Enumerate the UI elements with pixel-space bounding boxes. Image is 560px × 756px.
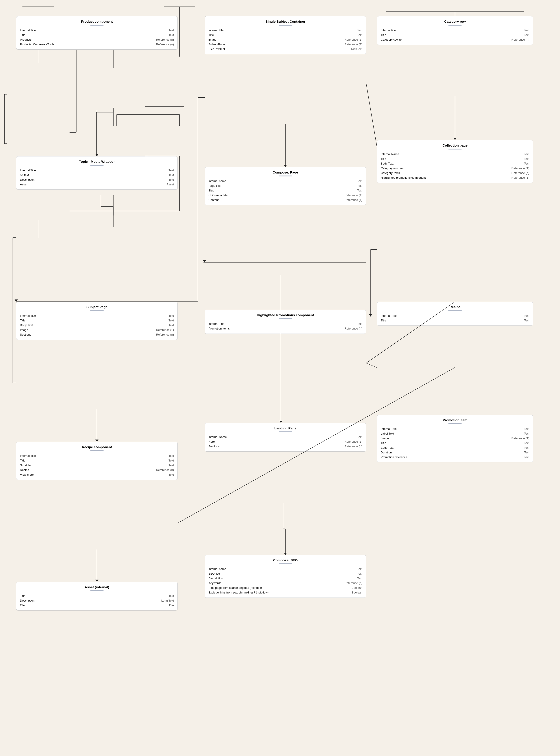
field-type: Reference (1) bbox=[345, 198, 362, 201]
field-row: Internal TitleText bbox=[16, 453, 178, 458]
field-type: Text bbox=[524, 451, 529, 454]
field-label: Title bbox=[20, 594, 25, 598]
field-row: Promotion ItemsReference (n) bbox=[205, 326, 366, 331]
field-row: FileFile bbox=[16, 603, 178, 608]
field-row: ImageReference (1) bbox=[16, 328, 178, 332]
field-row: Internal TitleText bbox=[16, 28, 178, 33]
field-label: Title bbox=[381, 157, 386, 160]
field-label: Body Text bbox=[20, 324, 33, 327]
field-row: Label TextText bbox=[377, 431, 533, 436]
field-type: Text bbox=[524, 427, 529, 430]
field-label: Internal Title bbox=[381, 427, 397, 430]
field-row: CategoryRowItemReference (n) bbox=[377, 37, 533, 42]
field-label: Products_CommerceTools bbox=[20, 43, 54, 46]
field-row: SectionsReference (n) bbox=[205, 444, 366, 449]
field-row: SlugText bbox=[205, 188, 366, 193]
field-type: Text bbox=[168, 594, 174, 598]
card-divider-landing_page bbox=[279, 431, 292, 432]
field-type: Text bbox=[168, 464, 174, 467]
field-label: File bbox=[20, 604, 25, 607]
field-row: DurationText bbox=[377, 450, 533, 455]
field-label: SubjectPage bbox=[208, 43, 225, 46]
card-title-compose_seo: Compose: SEO bbox=[205, 555, 366, 563]
field-type: Text bbox=[168, 178, 174, 181]
field-row: imageReference (1) bbox=[205, 37, 366, 42]
field-label: Products bbox=[20, 38, 32, 41]
field-type: Text bbox=[168, 28, 174, 32]
card-divider-compose_seo bbox=[279, 563, 292, 564]
field-type: Text bbox=[357, 572, 362, 575]
field-type: Text bbox=[357, 435, 362, 439]
field-label: Description bbox=[208, 577, 223, 580]
card-compose_page: Compose: PageInternal nameTextPage title… bbox=[205, 167, 366, 205]
field-type: File bbox=[169, 604, 174, 607]
field-label: Recipe bbox=[20, 468, 29, 471]
field-row: Internal nameText bbox=[205, 179, 366, 183]
field-row: TitleText bbox=[377, 33, 533, 37]
field-row: TitleText bbox=[377, 156, 533, 161]
card-divider-category_row bbox=[448, 25, 462, 25]
field-type: Reference (n) bbox=[345, 327, 362, 330]
field-row: Internal NameText bbox=[205, 434, 366, 439]
diagram-canvas: Product componentInternal TitleTextTitle… bbox=[0, 0, 560, 756]
field-type: Text bbox=[524, 157, 529, 160]
field-type: Text bbox=[168, 324, 174, 327]
field-row: TitleText bbox=[16, 594, 178, 598]
field-type: Reference (n) bbox=[512, 38, 529, 41]
svg-marker-65 bbox=[284, 553, 287, 555]
card-divider-topic_media_wrapper bbox=[90, 165, 104, 166]
field-row: Internal nameText bbox=[205, 566, 366, 571]
field-row: ProductsReference (n) bbox=[16, 37, 178, 42]
field-type: Text bbox=[168, 454, 174, 458]
field-type: Text bbox=[357, 184, 362, 188]
field-type: Text bbox=[524, 446, 529, 449]
field-row: Hide page from search engines (noindex)B… bbox=[205, 585, 366, 590]
field-label: Internal Name bbox=[381, 152, 399, 156]
svg-marker-55 bbox=[369, 314, 372, 316]
card-title-asset_internal: Asset (internal) bbox=[16, 582, 178, 590]
field-row: SubjectPageReference (1) bbox=[205, 42, 366, 47]
field-label: Sections bbox=[208, 445, 220, 448]
field-row: CategoryRowsReference (n) bbox=[377, 171, 533, 175]
field-label: Internal Title bbox=[20, 454, 36, 458]
field-row: Internal TitleText bbox=[16, 313, 178, 318]
field-label: Title bbox=[20, 319, 25, 322]
field-row: Body TextText bbox=[16, 323, 178, 328]
field-label: Sections bbox=[20, 333, 31, 336]
card-recipe_component: Recipe componentInternal TitleTextTitleT… bbox=[16, 442, 178, 480]
field-label: Content bbox=[208, 198, 219, 201]
card-topic_media_wrapper: Topic - Media WrapperInternal TitleTextA… bbox=[16, 156, 178, 190]
field-label: Internal name bbox=[208, 567, 226, 570]
field-type: Text bbox=[524, 33, 529, 37]
card-title-highlighted_promotions: Highlighted Promotions component bbox=[205, 310, 366, 318]
card-product_component: Product componentInternal TitleTextTitle… bbox=[16, 16, 178, 50]
field-label: Title bbox=[381, 319, 386, 322]
field-label: Description bbox=[20, 599, 35, 602]
field-row: Internal TitleText bbox=[16, 168, 178, 173]
field-row: ImageReference (1) bbox=[377, 436, 533, 441]
field-type: Reference (n) bbox=[512, 171, 529, 175]
card-divider-highlighted_promotions bbox=[279, 318, 292, 319]
card-category_row: Category rowInternal titleTextTitleTextC… bbox=[377, 16, 533, 45]
field-row: Internal titleText bbox=[377, 28, 533, 33]
field-type: Text bbox=[524, 441, 529, 445]
svg-marker-59 bbox=[95, 440, 99, 442]
field-type: Text bbox=[357, 189, 362, 192]
field-label: SEO metadata bbox=[208, 193, 227, 197]
field-row: Highlighted promotions componentReferenc… bbox=[377, 175, 533, 180]
card-title-category_row: Category row bbox=[377, 16, 533, 25]
field-row: ContentReference (1) bbox=[205, 197, 366, 202]
field-label: Body Text bbox=[381, 162, 394, 165]
card-divider-recipe_component bbox=[90, 450, 104, 451]
field-type: Text bbox=[168, 173, 174, 177]
field-label: Asset bbox=[20, 183, 27, 186]
field-type: Text bbox=[357, 322, 362, 326]
field-label: Internal Name bbox=[208, 435, 227, 439]
card-single_subject_container: Single Subject ContainerInternal titleTe… bbox=[205, 16, 366, 54]
svg-line-44 bbox=[366, 83, 377, 147]
field-label: CategoryRows bbox=[381, 171, 400, 175]
field-type: Text bbox=[524, 455, 529, 459]
field-label: RichTextTest bbox=[208, 47, 225, 51]
card-divider-asset_internal bbox=[90, 590, 104, 591]
field-type: Text bbox=[357, 567, 362, 570]
